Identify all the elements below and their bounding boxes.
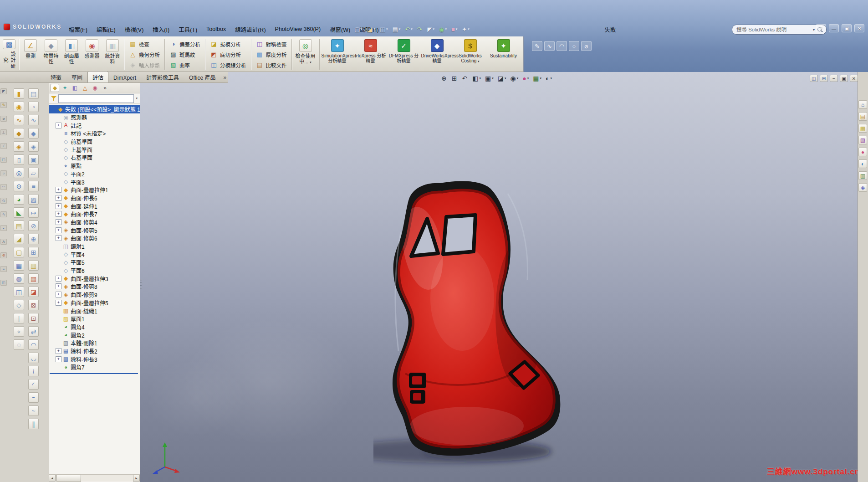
line-tool-icon[interactable]: ∕ (0, 143, 7, 149)
circle-icon[interactable]: ○ (569, 41, 579, 51)
pane-split-button[interactable]: ◫ (810, 75, 818, 82)
revolved-cut-icon[interactable]: ◎ (14, 168, 24, 178)
previous-view-button[interactable]: ↶ (460, 74, 470, 83)
doc-restore-button[interactable]: ▣ (840, 75, 848, 82)
untrim-surface-icon[interactable]: ⊕ (28, 234, 39, 244)
dimension-tool-icon[interactable]: ⌀ (0, 116, 7, 122)
design-study-button[interactable]: ▩ 設計研究 (1, 37, 17, 72)
mirror-feature-icon[interactable]: ◫ (14, 287, 24, 297)
sensor-button[interactable]: ◉ 感測器 (82, 37, 102, 72)
tree-horizontal-scrollbar[interactable]: ◄ ► (49, 474, 140, 482)
menu-item[interactable]: 檔案(F) (65, 23, 92, 36)
statistics-button[interactable]: ▥ 統計資料 (102, 37, 123, 72)
text-tool-icon[interactable]: A (0, 239, 7, 245)
command-tab[interactable]: DimXpert (108, 72, 141, 82)
tree-item-expander[interactable]: + (56, 211, 61, 217)
tab-overflow-chevron[interactable]: » (224, 74, 227, 82)
boss-extrude-icon[interactable]: ▮ (14, 88, 24, 99)
hole-wizard-icon[interactable]: ⊙ (14, 181, 24, 191)
mirror-tool-icon[interactable]: ◫ (0, 280, 7, 286)
tree-item-expander[interactable]: + (56, 235, 61, 241)
smart-dimension-icon[interactable]: ⌀ (581, 41, 592, 51)
scroll-thumb[interactable] (56, 475, 81, 482)
dome-icon[interactable]: ◓ (28, 392, 39, 403)
thickened-cut-icon[interactable]: ▦ (28, 273, 39, 284)
parting-line-analysis-button[interactable]: ◫ 分模線分析 (207, 60, 250, 70)
cut-with-surface-icon[interactable]: ◪ (28, 287, 39, 297)
configurationmanager-tab[interactable]: ◧ (71, 84, 79, 92)
curvature-button[interactable]: ▧ 曲率 (166, 60, 204, 70)
command-tab[interactable]: 草圖 (66, 71, 87, 82)
command-tab[interactable]: 計算影像工具 (141, 71, 184, 82)
filled-surface-icon[interactable]: ▣ (28, 154, 39, 165)
tree-item-delete-body1[interactable]: + ▨ 本體-刪除1 (49, 339, 140, 347)
knit-surface-icon[interactable]: ⊞ (28, 247, 39, 257)
helix-curve-icon[interactable]: ◌ (14, 339, 24, 350)
tree-item-surface-extrude7[interactable]: + ◆ 曲面-伸長7 (49, 210, 140, 218)
point-tool-icon[interactable]: • (0, 225, 7, 231)
doc-close-button[interactable]: ✕ (850, 75, 858, 82)
spline-tool-icon[interactable]: ∿ (0, 211, 7, 217)
menu-item[interactable]: 視窗(W) (326, 23, 354, 36)
restore-button[interactable]: ▣ (842, 24, 852, 32)
tree-item-cut-extrude3[interactable]: + ▤ 除料-伸長3 (49, 355, 140, 363)
draft-icon[interactable]: ◢ (14, 234, 24, 244)
panel-flyout-chevron[interactable]: » (101, 84, 109, 92)
delete-face-icon[interactable]: ⊠ (28, 300, 39, 310)
revolved-surface-icon[interactable]: ◔ (28, 102, 39, 112)
tree-item-expander[interactable]: + (56, 219, 61, 225)
filter-caret[interactable]: ▾ (136, 97, 138, 100)
tree-item-expander[interactable]: + (56, 300, 61, 306)
close-button[interactable]: ✕ (854, 24, 864, 32)
thicken-icon[interactable]: ▥ (28, 260, 39, 271)
propertymanager-tab[interactable]: ✦ (61, 84, 69, 92)
offset-surface-icon[interactable]: ≡ (28, 181, 39, 191)
chamfer-icon[interactable]: ◣ (14, 207, 24, 218)
minimize-button[interactable]: — (829, 24, 839, 32)
tree-item-expander[interactable]: + (56, 356, 61, 362)
arc-tool-icon[interactable]: ◠ (0, 184, 7, 190)
check-button[interactable]: ▦ 檢查 (126, 39, 163, 49)
shell-icon[interactable]: ▢ (14, 247, 24, 257)
flex-icon[interactable]: ≀ (28, 366, 39, 376)
zoom-to-fit-button[interactable]: ⊕ (440, 74, 449, 83)
driveworksxpress-button[interactable]: ◆ DriveWorksXpress 精靈 (421, 37, 454, 72)
tree-item-annotations[interactable]: + A 註記 (49, 121, 140, 129)
coordinate-system-icon[interactable]: ⌖ (14, 326, 24, 337)
split-line-icon[interactable]: ∥ (28, 419, 39, 429)
section-properties-button[interactable]: ◧ 剖面屬性 (61, 37, 82, 72)
section-view-button[interactable]: ◧ ▾ (471, 74, 482, 83)
thickness-analysis-button[interactable]: ▥ 厚度分析 (253, 50, 290, 60)
command-tab[interactable]: 特徵 (46, 71, 66, 82)
circle-tool-icon[interactable]: ○ (0, 170, 7, 176)
tree-item-expander[interactable]: + (56, 187, 61, 193)
display-style-button[interactable]: ◪ ▾ (496, 74, 508, 83)
rib-icon[interactable]: ▤ (14, 220, 24, 231)
tree-item-thicken1[interactable]: + ▧ 厚面1 (49, 315, 140, 323)
file-explorer-icon[interactable]: ▦ (858, 124, 867, 133)
save-button[interactable]: ◫ ▾ (378, 25, 389, 34)
tree-item-expander[interactable]: + (56, 227, 61, 233)
select-tool-icon[interactable]: ◤ (0, 88, 7, 94)
menu-item[interactable]: 插入(I) (148, 23, 174, 36)
move-face-icon[interactable]: ⇄ (28, 326, 39, 337)
import-diagnostics-button[interactable]: ◈ 輸入診斷 (126, 60, 163, 70)
circular-pattern-icon[interactable]: ◍ (14, 273, 24, 284)
hide-show-items-button[interactable]: ◉ ▾ (509, 74, 520, 83)
sketch-entity-icon[interactable]: ✎ (0, 102, 7, 108)
spline-icon[interactable]: ∿ (544, 41, 555, 51)
edit-appearance-viewport-button[interactable]: ● ▾ (521, 74, 530, 83)
tree-item-expander[interactable]: + (56, 276, 61, 282)
extruded-surface-icon[interactable]: ▤ (28, 88, 39, 99)
featuremanager-tab[interactable]: ◆ (51, 84, 59, 92)
tree-item-sensors[interactable]: + ◎ 感測器 (49, 113, 140, 122)
planar-surface-icon[interactable]: ▱ (28, 168, 39, 178)
search-box[interactable]: ▾ (732, 25, 827, 35)
search-scope-caret[interactable]: ▾ (813, 28, 815, 32)
simulationxpress-button[interactable]: ✦ SimulationXpress 分析精靈 (321, 37, 354, 72)
dfmxpress-button[interactable]: ✓ DFMXpress 分析精靈 (388, 37, 420, 72)
tree-item-mirror1[interactable]: + ◫ 鏡射1 (49, 242, 140, 251)
seat-model[interactable] (373, 178, 574, 478)
swept-surface-icon[interactable]: ∿ (28, 115, 39, 125)
zebra-stripes-button[interactable]: ▨ 斑馬紋 (166, 50, 204, 60)
